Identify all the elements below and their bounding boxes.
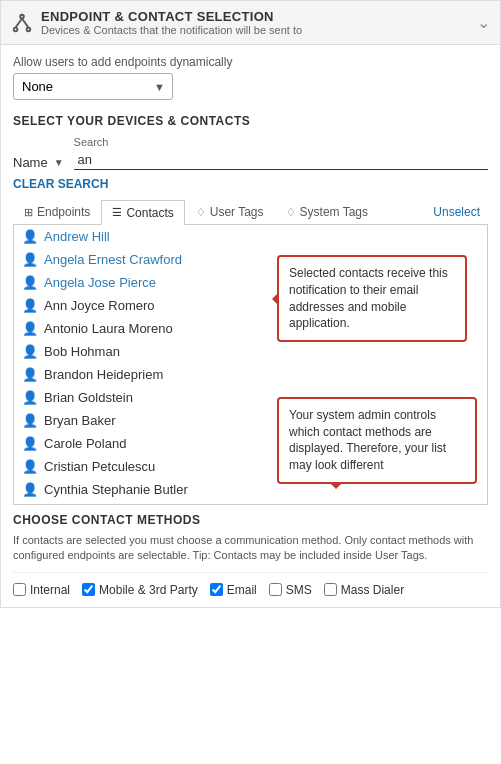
- checkbox-input-email[interactable]: [210, 583, 223, 596]
- section-header: ENDPOINT & CONTACT SELECTION Devices & C…: [0, 0, 501, 45]
- endpoint-icon: [11, 12, 33, 34]
- tab-contacts[interactable]: ☰ Contacts: [101, 200, 184, 225]
- section-title: ENDPOINT & CONTACT SELECTION: [41, 9, 302, 24]
- contact-name: Antonio Laura Moreno: [44, 321, 173, 336]
- checkbox-input-mass-dialer[interactable]: [324, 583, 337, 596]
- name-filter[interactable]: Name ▼: [13, 155, 64, 170]
- svg-point-0: [20, 14, 24, 18]
- section-subtitle: Devices & Contacts that the notification…: [41, 24, 302, 36]
- list-item[interactable]: 👤 Bob Hohman: [14, 340, 487, 363]
- checkbox-email[interactable]: Email: [210, 583, 257, 597]
- contact-name: Angela Jose Pierce: [44, 275, 156, 290]
- search-label: Search: [74, 136, 488, 148]
- tooltip-text-1: Selected contacts receive this notificat…: [289, 266, 448, 330]
- contact-name: Andrew Hill: [44, 229, 110, 244]
- checkbox-sms[interactable]: SMS: [269, 583, 312, 597]
- svg-point-2: [27, 27, 31, 31]
- devices-section-label: SELECT YOUR DEVICES & CONTACTS: [13, 114, 488, 128]
- tooltip-selected-contacts: Selected contacts receive this notificat…: [277, 255, 467, 342]
- tooltip-text-2: Your system admin controls which contact…: [289, 408, 446, 472]
- checkbox-label-email: Email: [227, 583, 257, 597]
- dynamic-endpoints-select[interactable]: None Optional Required: [13, 73, 173, 100]
- contact-name: Carole Poland: [44, 436, 126, 451]
- collapse-icon[interactable]: ⌄: [477, 13, 490, 32]
- tooltip-system-admin: Your system admin controls which contact…: [277, 397, 477, 484]
- checkbox-label-mass-dialer: Mass Dialer: [341, 583, 404, 597]
- search-row: Name ▼ Search: [13, 136, 488, 170]
- contact-person-icon: 👤: [22, 298, 38, 313]
- contact-name: Angela Ernest Crawford: [44, 252, 182, 267]
- tab-user-tags-label: User Tags: [210, 205, 264, 219]
- system-tags-tab-icon: ♢: [286, 206, 296, 219]
- checkbox-input-internal[interactable]: [13, 583, 26, 596]
- name-filter-label: Name: [13, 155, 48, 170]
- tabs-row: ⊞ Endpoints ☰ Contacts ♢ User Tags ♢ Sys…: [13, 199, 488, 225]
- contact-person-icon: 👤: [22, 459, 38, 474]
- contacts-list: 👤 Andrew Hill 👤 Angela Ernest Crawford 👤…: [13, 225, 488, 505]
- contact-person-icon: 👤: [22, 275, 38, 290]
- checkbox-label-internal: Internal: [30, 583, 70, 597]
- svg-line-4: [22, 18, 28, 27]
- search-input[interactable]: [74, 150, 488, 170]
- user-tags-tab-icon: ♢: [196, 206, 206, 219]
- contact-person-icon: 👤: [22, 321, 38, 336]
- contact-person-icon: 👤: [22, 229, 38, 244]
- contact-name: Brian Goldstein: [44, 390, 133, 405]
- contact-person-icon: 👤: [22, 390, 38, 405]
- clear-search-button[interactable]: CLEAR SEARCH: [13, 177, 108, 191]
- tab-endpoints-label: Endpoints: [37, 205, 90, 219]
- checkbox-input-mobile[interactable]: [82, 583, 95, 596]
- svg-point-1: [14, 27, 18, 31]
- choose-methods-section: CHOOSE CONTACT METHODS If contacts are s…: [13, 513, 488, 597]
- contact-name: Cristian Petculescu: [44, 459, 155, 474]
- contact-person-icon: 👤: [22, 413, 38, 428]
- checkbox-label-sms: SMS: [286, 583, 312, 597]
- contact-person-icon: 👤: [22, 344, 38, 359]
- svg-line-3: [16, 18, 22, 27]
- list-item[interactable]: 👤 Danielle Tiedt: [14, 501, 487, 505]
- contact-person-icon: 👤: [22, 482, 38, 497]
- list-item[interactable]: 👤 Brandon Heidepriem: [14, 363, 487, 386]
- checkbox-mobile[interactable]: Mobile & 3rd Party: [82, 583, 198, 597]
- unselect-button[interactable]: Unselect: [425, 200, 488, 224]
- main-content: Allow users to add endpoints dynamically…: [0, 45, 501, 608]
- checkbox-internal[interactable]: Internal: [13, 583, 70, 597]
- contact-name: Ann Joyce Romero: [44, 298, 155, 313]
- contact-name: Bob Hohman: [44, 344, 120, 359]
- search-field-group: Search: [74, 136, 488, 170]
- checkboxes-row: Internal Mobile & 3rd Party Email SMS Ma…: [13, 583, 488, 597]
- contact-name: Bryan Baker: [44, 413, 116, 428]
- checkbox-label-mobile: Mobile & 3rd Party: [99, 583, 198, 597]
- tab-system-tags-label: System Tags: [300, 205, 368, 219]
- header-left: ENDPOINT & CONTACT SELECTION Devices & C…: [11, 9, 302, 36]
- header-text: ENDPOINT & CONTACT SELECTION Devices & C…: [41, 9, 302, 36]
- contact-name: Brandon Heidepriem: [44, 367, 163, 382]
- tab-system-tags[interactable]: ♢ System Tags: [275, 199, 379, 224]
- tab-user-tags[interactable]: ♢ User Tags: [185, 199, 275, 224]
- list-item[interactable]: 👤 Andrew Hill: [14, 225, 487, 248]
- dynamic-endpoints-select-wrapper[interactable]: None Optional Required ▼: [13, 73, 173, 100]
- checkbox-input-sms[interactable]: [269, 583, 282, 596]
- contact-person-icon: 👤: [22, 252, 38, 267]
- contacts-tab-icon: ☰: [112, 206, 122, 219]
- contact-name: Cynthia Stephanie Butler: [44, 482, 188, 497]
- checkbox-mass-dialer[interactable]: Mass Dialer: [324, 583, 404, 597]
- methods-description: If contacts are selected you must choose…: [13, 533, 488, 573]
- contact-person-icon: 👤: [22, 367, 38, 382]
- contact-person-icon: 👤: [22, 436, 38, 451]
- dynamic-endpoints-label: Allow users to add endpoints dynamically: [13, 55, 488, 69]
- name-dropdown-arrow-icon: ▼: [54, 157, 64, 168]
- endpoints-tab-icon: ⊞: [24, 206, 33, 219]
- contacts-list-wrapper: 👤 Andrew Hill 👤 Angela Ernest Crawford 👤…: [13, 225, 488, 505]
- choose-methods-label: CHOOSE CONTACT METHODS: [13, 513, 488, 527]
- tab-endpoints[interactable]: ⊞ Endpoints: [13, 199, 101, 224]
- tab-contacts-label: Contacts: [126, 206, 173, 220]
